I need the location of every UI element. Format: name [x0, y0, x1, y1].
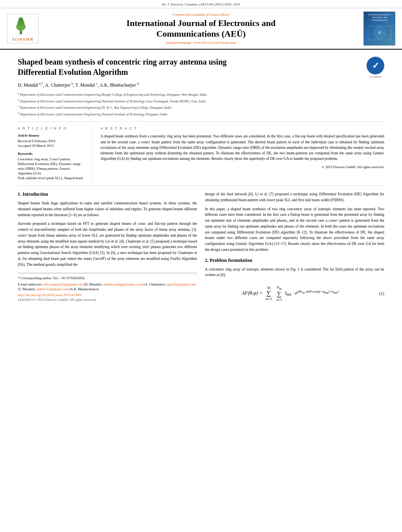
abstract-body: A shaped beam synthesis from a concentri… — [100, 133, 384, 161]
keyword-2: Differential Evolution (DE), Dynamic ran… — [18, 162, 86, 166]
elsevier-logo: ELSEVIER — [7, 14, 39, 43]
affiliation-a: a Department of Electronics and Communic… — [18, 91, 384, 97]
abstract-header: A B S T R A C T — [100, 126, 384, 130]
journal-header: ELSEVIER Contents lists available at Sci… — [0, 8, 402, 50]
section1-para2: Azevedo proposed a technique based on FF… — [18, 221, 197, 267]
crossmark-icon: ✓ — [372, 61, 379, 71]
article-info-column: A R T I C L E I N F O Article history: R… — [18, 126, 93, 181]
elsevier-tree-icon — [9, 16, 33, 35]
email-4[interactable]: akhece12@gmail.com — [37, 287, 69, 291]
journal-homepage: journal homepage: www.elsevier.com/locat… — [43, 41, 359, 44]
crossmark-label: CrossMark — [367, 75, 384, 78]
main-content: Shaped beam synthesis of concentric ring… — [0, 50, 402, 310]
email-2[interactable]: anirban.nitdgp@yahoo.com — [103, 282, 143, 286]
email-2-person: (A. Chatterjee), — [143, 282, 166, 286]
article-title: Shaped beam synthesis of concentric ring… — [18, 57, 341, 77]
footnote-section: * Corresponding author. Tel.: +91 973264… — [18, 273, 197, 302]
email-3-person: (T. Mondal), — [18, 287, 36, 291]
doi-link[interactable]: http://dx.doi.org/10.1016/j.aeue.2015.03… — [18, 293, 81, 297]
email-1-person: (D. Mandal), — [84, 282, 102, 286]
section1-right-para2: In this paper, a shaped beam synthesis o… — [205, 206, 384, 253]
keyword-3: ratio (DRR), Flattop pattern, Genetic — [18, 167, 86, 171]
page-wrapper: Int. J. Electron. Commun. (AEÜ) 69 (2015… — [0, 0, 402, 532]
formula-number: (1) — [375, 291, 384, 296]
sciencedirect-link: Contents lists available at ScienceDirec… — [43, 13, 359, 17]
formula-box: AF(θ,φ) = M ∑ m=1 Nm ∑ n=1 — [205, 282, 384, 305]
affiliation-c: c Department of Electronics and Communic… — [18, 104, 384, 110]
section1-right-body: design of the feed network [6]. Li et al… — [205, 191, 384, 252]
cover-text: International Journal of Electronics and… — [365, 13, 394, 22]
abstract-text: A shaped beam synthesis from a concentri… — [100, 133, 384, 161]
journal-center: Contents lists available at ScienceDirec… — [43, 13, 359, 44]
journal-cover: International Journal of Electronics and… — [363, 11, 395, 46]
homepage-url[interactable]: www.elsevier.com/locate/aeue — [193, 41, 236, 44]
section1-para1: Shaped beams finds huge applications in … — [18, 200, 197, 218]
footnote-corresponding: * Corresponding author. Tel.: +91 973264… — [18, 276, 197, 281]
body-content: 1. Introduction Shaped beams finds huge … — [18, 186, 384, 309]
affiliation-d: d Department of Electronics and Communic… — [18, 111, 384, 117]
copyright: © 2015 Elsevier GmbH. All rights reserve… — [100, 165, 384, 169]
section2-intro: A concentric ring array of isotropic ele… — [205, 267, 384, 278]
affiliation-b: b Department of Electronics and Communic… — [18, 98, 384, 104]
history-label: Article history: — [18, 133, 86, 137]
email-1[interactable]: deb.manda122@gmail.com — [44, 282, 83, 286]
accepted-date: Accepted 29 March 2015 — [18, 144, 86, 148]
keywords-label: Keywords: — [18, 152, 86, 156]
journal-ref-text: Int. J. Electron. Commun. (AEÜ) 69 (2015… — [162, 2, 240, 6]
section1-right-para1: design of the feed network [6]. Li et al… — [205, 191, 384, 203]
footnote-license: 1434-8411/© 2015 Elsevier GmbH. All righ… — [18, 298, 197, 302]
email-4-person: (A.K. Bhattacharjee) — [69, 287, 99, 291]
svg-point-7 — [378, 31, 382, 35]
keyword-4: Algorithm (GA) — [18, 171, 86, 175]
footnote-doi: http://dx.doi.org/10.1016/j.aeue.2015.03… — [18, 293, 197, 297]
homepage-label: journal homepage: — [166, 41, 193, 44]
section2: 2. Problem formulation A concentric ring… — [205, 258, 384, 305]
left-column: 1. Introduction Shaped beams finds huge … — [18, 191, 197, 309]
affiliations: a Department of Electronics and Communic… — [18, 91, 384, 117]
section2-title: 2. Problem formulation — [205, 258, 384, 263]
info-abstract-columns: A R T I C L E I N F O Article history: R… — [18, 122, 384, 186]
article-info-header: A R T I C L E I N F O — [18, 126, 86, 130]
authors-line: D. Mandal a,*, A. Chatterjee b, T. Monda… — [18, 82, 384, 88]
email-3[interactable]: tapas2k@gmail.com — [167, 282, 196, 286]
footnote-emails: E-mail addresses: deb.manda122@gmail.com… — [18, 282, 197, 292]
section1-title: 1. Introduction — [18, 191, 197, 197]
abstract-column: A B S T R A C T A shaped beam synthesis … — [100, 126, 384, 181]
crossmark-badge: ✓ CrossMark — [367, 57, 384, 74]
journal-reference: Int. J. Electron. Commun. (AEÜ) 69 (2015… — [0, 0, 402, 8]
emails-label: E-mail addresses: — [18, 282, 43, 286]
cover-graphic — [366, 22, 393, 42]
elsevier-text: ELSEVIER — [9, 37, 37, 41]
received-date: Received 6 February 2014 — [18, 139, 86, 143]
keyword-5: Peak sidelobe level (peak SLL), Shaped b… — [18, 176, 86, 180]
article-title-section: Shaped beam synthesis of concentric ring… — [18, 50, 384, 122]
keyword-1: Concentric ring array, Cosec² pattern, — [18, 157, 86, 161]
right-column: design of the feed network [6]. Li et al… — [205, 191, 384, 309]
journal-title: International Journal of Electronics and… — [43, 18, 359, 39]
section1-body: Shaped beams finds huge applications in … — [18, 200, 197, 267]
svg-point-3 — [19, 17, 23, 22]
sciencedirect-name[interactable]: ScienceDirect — [210, 13, 229, 17]
sciencedirect-label: Contents lists available at — [173, 13, 210, 17]
formula-content: AF(θ,φ) = M ∑ m=1 Nm ∑ n=1 — [242, 285, 339, 302]
